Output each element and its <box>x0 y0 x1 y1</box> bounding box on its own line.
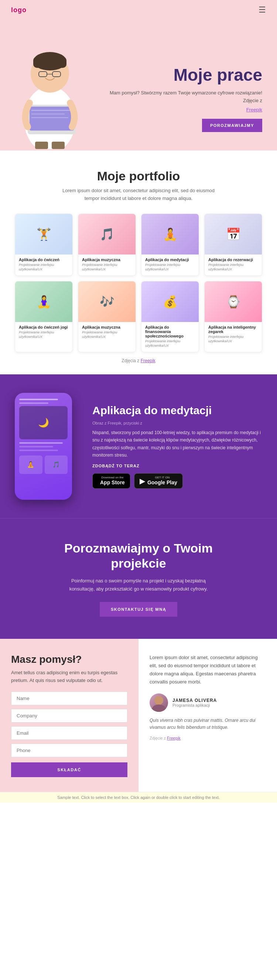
card-image: 🏋️ <box>15 214 72 255</box>
form-title: Masz pomysł? <box>11 654 127 665</box>
card-category: Projektowanie interfejsu użytkownika/UX <box>19 330 69 339</box>
card-name: Aplikacja do rezerwacji <box>208 258 258 262</box>
app-store-button[interactable]: Download on the App Store <box>92 473 130 489</box>
card-name: Aplikacja do ćwiczeń <box>19 258 69 262</box>
form-right-text: Lorem ipsum dolor sit amet, consectetur … <box>150 654 266 686</box>
card-name: Aplikacja do ćwiczeń jogi <box>19 325 69 329</box>
google-play-text: GET IT ON Google Play <box>147 476 177 486</box>
card-image: 📅 <box>205 214 262 255</box>
google-play-button[interactable]: ▶ GET IT ON Google Play <box>134 473 183 489</box>
meditation-cta-label: ZDOBĄDŹ TO TERAZ <box>92 464 262 468</box>
portfolio-card[interactable]: ⌚ Aplikacja na inteligentny zegarek Proj… <box>204 281 262 352</box>
testimonial-name: JAMESA OLIVERA <box>173 698 217 703</box>
portfolio-subtitle: Lorem ipsum dolor sit amet, consectetur … <box>61 187 216 202</box>
card-category: Projektowanie interfejsu użytkownika/UX <box>145 262 195 272</box>
card-name: Aplikacja muzyczna <box>82 325 132 329</box>
company-input[interactable] <box>11 709 127 722</box>
portfolio-title: Moje portfolio <box>15 169 262 183</box>
portfolio-card[interactable]: 🏋️ Aplikacja do ćwiczeń Projektowanie in… <box>15 213 73 276</box>
cta-button[interactable]: SKONTAKTUJ SIĘ MNĄ <box>100 602 177 617</box>
cta-title: Porozmawiajmy o Twoim projekcie <box>46 541 231 571</box>
card-name: Aplikacja do finansowania społecznościow… <box>145 325 195 338</box>
footer-text: Zdjęcie z <box>150 736 166 740</box>
contact-cta-section: Porozmawiajmy o Twoim projekcie Poinform… <box>0 518 277 639</box>
hero-section: Moje prace Mam pomysł? Stwórzmy razem Tw… <box>0 20 277 151</box>
svg-rect-13 <box>35 142 48 149</box>
card-image: 🎶 <box>78 282 136 322</box>
portfolio-freepik-link[interactable]: Freepik <box>141 358 155 363</box>
portfolio-card[interactable]: 💰 Aplikacja do finansowania społeczności… <box>141 281 199 352</box>
portfolio-card[interactable]: 🎶 Aplikacja muzyczna Projektowanie inter… <box>78 281 136 352</box>
card-image: 🎵 <box>78 214 136 255</box>
testimonial-role: Programista aplikacji <box>173 703 217 708</box>
svg-rect-4 <box>33 57 66 68</box>
card-image: ⌚ <box>205 282 262 322</box>
card-category: Projektowanie interfejsu użytkownika/UX <box>19 262 69 272</box>
card-category: Projektowanie interfejsu użytkownika/UX <box>82 330 132 339</box>
avatar <box>150 694 168 712</box>
portfolio-section: Moje portfolio Lorem ipsum dolor sit ame… <box>0 151 277 374</box>
card-category: Projektowanie interfejsu użytkownika/UX <box>145 339 195 348</box>
svg-point-15 <box>154 696 163 705</box>
testimonial-info: JAMESA OLIVERA Programista aplikacji <box>173 698 217 708</box>
name-input[interactable] <box>11 692 127 705</box>
submit-button[interactable]: SKŁADAĆ <box>11 762 127 777</box>
form-right-footer: Zdjęcie z Freepik <box>150 736 266 740</box>
sample-bar-text: Sample text. Click to select the text bo… <box>57 795 220 800</box>
card-name: Aplikacja na inteligentny zegarek <box>208 325 258 334</box>
hero-title: Moje prace <box>100 66 262 84</box>
meditation-content: Aplikacja do medytacji Obraz z Freepik, … <box>92 404 262 489</box>
portfolio-footer: Zdjęcia z Freepik <box>15 358 262 363</box>
meditation-phone-mockup: 🌙 🧘 🎵 <box>15 393 72 500</box>
hero-image-container <box>7 35 92 151</box>
sample-bar: Sample text. Click to select the text bo… <box>0 792 277 803</box>
hero-content: Moje prace Mam pomysł? Stwórzmy razem Tw… <box>92 66 262 151</box>
google-play-sub: GET IT ON <box>147 476 177 479</box>
portfolio-card[interactable]: 🎵 Aplikacja muzyczna Projektowanie inter… <box>78 213 136 276</box>
meditation-title: Aplikacja do medytacji <box>92 404 262 417</box>
contact-form-section: Masz pomysł? Amet tellus cras adipiscing… <box>0 639 277 792</box>
card-category: Projektowanie interfejsu użytkownika/UX <box>208 262 258 272</box>
store-buttons: Download on the App Store ▶ GET IT ON Go… <box>92 473 262 489</box>
svg-rect-14 <box>52 142 65 149</box>
meditation-phone-container: 🌙 🧘 🎵 <box>15 393 81 500</box>
card-image: 💰 <box>141 282 199 322</box>
card-category: Projektowanie interfejsu użytkownika/UX <box>82 262 132 272</box>
portfolio-card[interactable]: 🧘‍♀️ Aplikacja do ćwiczeń jogi Projektow… <box>15 281 73 352</box>
portfolio-card[interactable]: 🧘 Aplikacja do medytacji Projektowanie i… <box>141 213 199 276</box>
card-category: Projektowanie interfejsu użytkownika/UX <box>208 334 258 344</box>
testimonial-quote: Quis viverra nibh cras pulvinar mattis. … <box>150 717 266 731</box>
header: logo ☰ <box>0 0 277 20</box>
hero-button[interactable]: POROZMAWIAJMY <box>202 119 262 132</box>
portfolio-card[interactable]: 📅 Aplikacja do rezerwacji Projektowanie … <box>204 213 262 276</box>
hero-subtitle: Mam pomysł? Stwórzmy razem Twoje wymarzo… <box>100 89 262 105</box>
testimonial: JAMESA OLIVERA Programista aplikacji <box>150 694 266 712</box>
phone-input[interactable] <box>11 744 127 757</box>
app-store-name: App Store <box>100 479 125 486</box>
meditation-photo-credit: Obraz z Freepik, przyciski z <box>92 421 262 425</box>
hero-freepik-link[interactable]: Freepik <box>247 107 262 113</box>
app-store-sub: Download on the <box>100 476 125 479</box>
card-image: 🧘‍♀️ <box>15 282 72 322</box>
card-name: Aplikacja muzyczna <box>82 258 132 262</box>
menu-icon[interactable]: ☰ <box>259 5 266 15</box>
meditation-section: 🌙 🧘 🎵 Aplikacja do medytacji Obraz z Fre… <box>0 374 277 518</box>
portfolio-footer-text: Zdjęcia z <box>122 358 139 363</box>
footer-link[interactable]: Freepik <box>167 736 181 740</box>
google-play-icon: ▶ <box>139 477 145 485</box>
portfolio-grid: 🏋️ Aplikacja do ćwiczeń Projektowanie in… <box>15 213 262 352</box>
form-left: Masz pomysł? Amet tellus cras adipiscing… <box>0 639 139 792</box>
logo: logo <box>11 6 27 14</box>
form-left-text: Amet tellus cras adipiscing enim eu turp… <box>11 669 127 684</box>
app-store-text: Download on the App Store <box>100 476 125 486</box>
card-image: 🧘 <box>141 214 199 255</box>
meditation-description: Nispand, stworzony pod ponad 100-letniej… <box>92 429 262 459</box>
email-input[interactable] <box>11 726 127 740</box>
google-play-name: Google Play <box>147 479 177 486</box>
cta-subtitle: Poinformuj nas o swoim pomyśle na projek… <box>68 577 209 593</box>
card-name: Aplikacja do medytacji <box>145 258 195 262</box>
form-right: Lorem ipsum dolor sit amet, consectetur … <box>139 639 277 792</box>
svg-rect-17 <box>151 708 166 712</box>
